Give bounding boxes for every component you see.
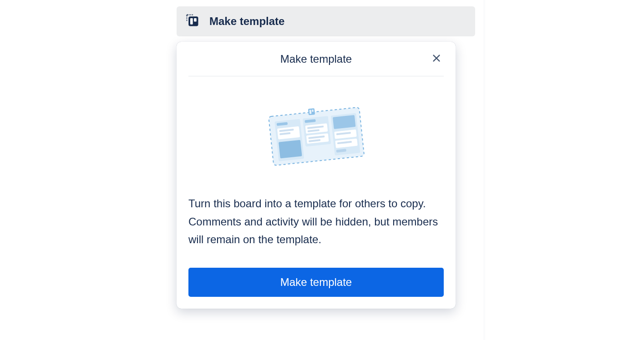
svg-point-0 [188, 14, 189, 15]
popover-description: Turn this board into a template for othe… [188, 195, 444, 268]
svg-point-4 [186, 18, 187, 19]
svg-point-5 [186, 20, 187, 21]
popover-title: Make template [280, 53, 352, 65]
make-template-popover: Make template [177, 42, 456, 309]
make-template-menu-label: Make template [209, 15, 284, 28]
make-template-menu-item[interactable]: Make template [177, 6, 475, 36]
close-icon [431, 53, 441, 65]
svg-rect-6 [188, 16, 198, 26]
settings-panel: Make template Make template [168, 0, 483, 340]
close-button[interactable] [429, 52, 444, 66]
svg-point-3 [186, 16, 187, 17]
svg-point-1 [190, 14, 191, 15]
make-template-confirm-button[interactable]: Make template [188, 268, 444, 297]
svg-point-2 [192, 14, 193, 15]
svg-rect-10 [308, 108, 314, 115]
svg-rect-7 [190, 18, 193, 25]
svg-rect-12 [312, 110, 314, 112]
svg-rect-18 [279, 140, 302, 159]
svg-rect-8 [194, 18, 197, 22]
popover-header: Make template [188, 42, 444, 76]
template-board-icon [186, 14, 199, 29]
template-illustration [188, 76, 444, 195]
svg-rect-28 [333, 115, 355, 129]
